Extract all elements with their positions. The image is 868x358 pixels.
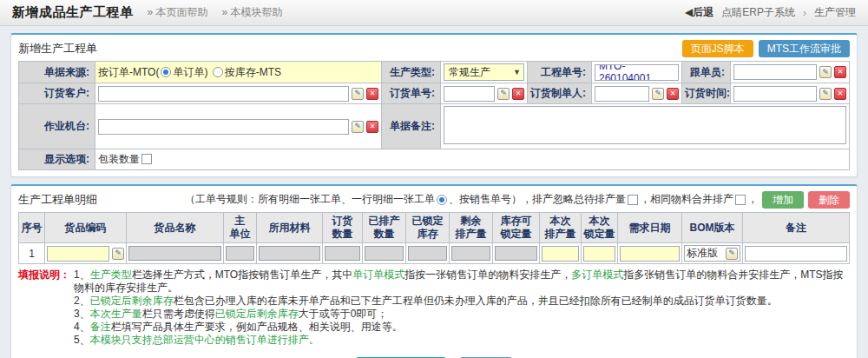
machine-input[interactable] <box>98 119 349 135</box>
delete-row-button[interactable]: 删除 <box>808 191 850 209</box>
bom-version-value: 标准版 <box>687 246 723 261</box>
back-button[interactable]: ◀后退 <box>685 5 713 20</box>
lookup-icon[interactable]: ✎ <box>652 88 664 100</box>
col-need-date: 需求日期 <box>618 213 682 243</box>
source-text: 按订单-MTO( <box>98 66 159 78</box>
breadcrumb-separator: › <box>803 7 806 19</box>
col-bom-version: BOM版本 <box>682 213 743 243</box>
order-time-label: 订货时间: <box>682 83 731 104</box>
order-no-value: MTO-260104001 <box>595 64 679 81</box>
radio-single-order[interactable] <box>161 67 171 77</box>
checkbox-merge-same-material[interactable] <box>735 195 746 205</box>
panel-title: 新增生产工程单 <box>18 41 97 56</box>
detail-panel-title: 生产工程单明细 <box>18 192 97 208</box>
checkbox-packing-qty[interactable] <box>141 154 152 164</box>
customer-input[interactable] <box>98 86 349 102</box>
clear-icon[interactable]: ✕ <box>512 88 524 100</box>
module-help-link[interactable]: » 本模块帮助 <box>222 5 283 20</box>
lookup-icon[interactable]: ✎ <box>819 66 832 78</box>
order-num-input[interactable] <box>444 86 495 102</box>
breadcrumb-section[interactable]: 生产管理 <box>814 5 856 20</box>
col-item-name: 货品名称 <box>127 213 224 243</box>
radio-single-order-label: 单订单 <box>173 66 204 78</box>
order-form: 单据来源: 按订单-MTO(单订单) 按库存-MTS 生产类型: 常规生产 ▼ … <box>18 61 850 170</box>
col-remaining-qty: 剩余 排产量 <box>450 213 493 243</box>
this-schedule-qty-input[interactable] <box>542 246 579 262</box>
col-seq: 序号 <box>19 213 45 243</box>
locked-stock-readonly <box>408 246 447 261</box>
lookup-icon[interactable]: ✎ <box>726 248 738 260</box>
radio-one-row-one-order[interactable] <box>437 195 447 205</box>
page-title: 新增成品生产工程单 <box>12 4 134 21</box>
rule-text: ，相同物料合并排产 <box>640 192 733 207</box>
lookup-icon[interactable]: ✎ <box>497 88 510 100</box>
add-row-button[interactable]: 增加 <box>762 191 804 209</box>
prod-type-label: 生产类型: <box>382 62 441 83</box>
dropdown-arrow-icon: ▼ <box>513 68 521 76</box>
customer-label: 订货客户: <box>19 83 95 104</box>
breadcrumb: ◀后退 点睛ERP子系统 › 生产管理 <box>685 5 856 20</box>
main-unit-readonly <box>226 246 254 261</box>
note-line: 5、本模块只支持总部运营中心的销售订单进行排产。 <box>74 334 850 347</box>
lookup-icon[interactable]: ✎ <box>819 88 832 100</box>
fill-instructions-label: 填报说明： <box>18 268 74 347</box>
clear-icon[interactable]: ✕ <box>834 88 846 100</box>
col-item-code: 货品编码 <box>45 213 127 243</box>
source-text-close: ) <box>204 66 207 78</box>
rule-text: ， <box>747 192 758 207</box>
lookup-icon[interactable]: ✎ <box>352 121 364 133</box>
checkbox-ignore-pending-qty[interactable] <box>628 195 638 205</box>
item-name-readonly <box>128 246 221 261</box>
lookup-icon[interactable]: ✎ <box>112 248 124 260</box>
this-lock-qty-input[interactable] <box>583 246 615 262</box>
source-field: 按订单-MTO(单订单) 按库存-MTS <box>95 62 382 83</box>
detail-header-row: 序号 货品编码 货品名称 主 单位 所用材料 订货 数量 已排产 数量 已锁定 … <box>19 213 850 243</box>
note-line: 2、已锁定后剩余库存栏包含已办理入库的在库未开单产品和已下生产工程单但仍未办理入… <box>74 295 850 308</box>
breadcrumb-system[interactable]: 点睛ERP子系统 <box>721 5 795 20</box>
col-scheduled-qty: 已排产 数量 <box>363 213 406 243</box>
page-help-link[interactable]: » 本页面帮助 <box>148 5 208 20</box>
rule-text: （工单号规则：所有明细一张工单、一行明细一张工单 <box>185 192 435 207</box>
page-js-script-button[interactable]: 页面JS脚本 <box>682 40 753 57</box>
item-code-input[interactable] <box>47 246 109 262</box>
order-maker-label: 订货制单人: <box>528 83 592 104</box>
note-line: 3、本次生产量栏只需考虑使得已锁定后剩余库存大于或等于0即可； <box>74 308 850 321</box>
materials-readonly <box>259 246 320 261</box>
col-this-schedule-qty: 本次 排产量 <box>540 213 582 243</box>
row-remark-input[interactable] <box>745 246 847 262</box>
col-this-lock-qty: 本次 锁定量 <box>582 213 618 243</box>
remark-label: 单据备注: <box>382 104 441 149</box>
clear-icon[interactable]: ✕ <box>834 66 846 78</box>
packing-qty-label: 包装数量 <box>98 153 140 165</box>
mts-workflow-approve-button[interactable]: MTS工作流审批 <box>759 40 850 57</box>
col-lockable-stock: 库存可 锁定量 <box>493 213 540 243</box>
fill-instructions: 填报说明： 1、生产类型栏选择生产方式，MTO指按销售订单生产，其中单订单模式指… <box>18 268 850 347</box>
detail-table: 序号 货品编码 货品名称 主 单位 所用材料 订货 数量 已排产 数量 已锁定 … <box>18 212 850 264</box>
rule-text: 、按销售单号），排产忽略总待排产量 <box>449 192 626 207</box>
order-maker-input[interactable] <box>595 86 649 102</box>
top-bar: 新增成品生产工程单 » 本页面帮助 » 本模块帮助 ◀后退 点睛ERP子系统 ›… <box>0 0 868 26</box>
note-line: 1、生产类型栏选择生产方式，MTO指按销售订单生产，其中单订单模式指按一张销售订… <box>74 268 850 295</box>
new-order-panel: 新增生产工程单 页面JS脚本 MTS工作流审批 单据来源: 按订单-MTO(单订… <box>10 33 858 177</box>
prod-type-value: 常规生产 <box>449 65 490 80</box>
tracker-label: 跟单员: <box>682 62 731 83</box>
order-qty-readonly <box>325 246 360 261</box>
col-remark: 备注 <box>743 213 850 243</box>
remark-textarea[interactable] <box>444 106 846 144</box>
order-time-input[interactable] <box>733 86 817 102</box>
prod-type-select[interactable]: 常规生产 ▼ <box>444 63 524 81</box>
col-main-unit: 主 单位 <box>224 213 257 243</box>
need-date-input[interactable] <box>620 246 680 262</box>
clear-icon[interactable]: ✕ <box>366 88 378 100</box>
clear-icon[interactable]: ✕ <box>366 121 378 133</box>
col-locked-stock: 已锁定 库存 <box>406 213 450 243</box>
radio-mts[interactable] <box>213 67 223 77</box>
row-seq: 1 <box>19 243 45 264</box>
order-num-label: 订货单号: <box>382 83 441 104</box>
order-no-label: 工程单号: <box>528 62 592 83</box>
col-materials: 所用材料 <box>257 213 323 243</box>
clear-icon[interactable]: ✕ <box>667 88 679 100</box>
lookup-icon[interactable]: ✎ <box>352 88 364 100</box>
tracker-input[interactable] <box>733 64 817 80</box>
remaining-qty-readonly <box>451 246 490 261</box>
